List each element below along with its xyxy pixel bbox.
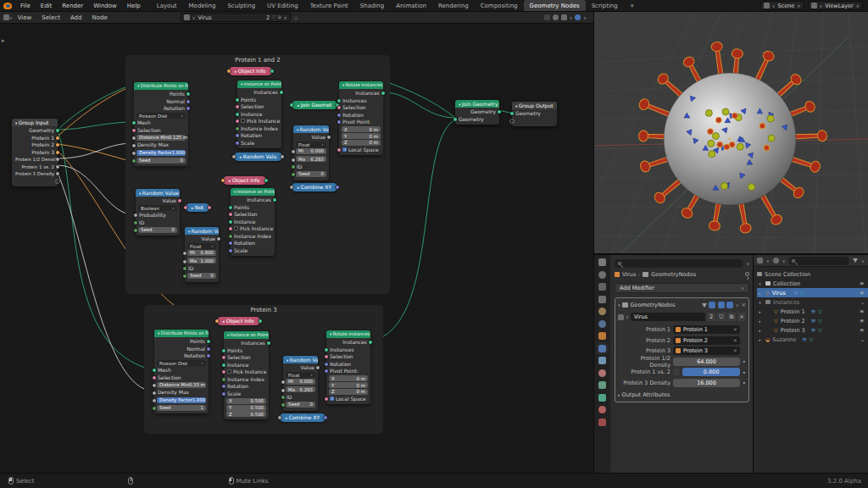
browse-nodetree-icon[interactable] bbox=[618, 314, 624, 320]
properties-search-input[interactable] bbox=[615, 259, 743, 268]
node-not[interactable]: Not bbox=[186, 203, 209, 212]
socket[interactable] bbox=[292, 158, 295, 162]
tab-sculpting[interactable]: Sculpting bbox=[221, 0, 261, 12]
node-rotate-instances-1[interactable]: Rotate Instances Instances Instances Sel… bbox=[339, 81, 383, 155]
density-value-slider[interactable]: 64.000 bbox=[673, 358, 740, 366]
seed-field[interactable]: Seed0 bbox=[136, 158, 186, 164]
empty-socket[interactable] bbox=[510, 119, 514, 123]
seed-field[interactable]: Seed1 bbox=[157, 405, 206, 411]
socket[interactable] bbox=[222, 378, 225, 381]
data-type-dropdown[interactable]: Boolean bbox=[138, 205, 177, 211]
menu-select[interactable]: Select bbox=[36, 14, 65, 21]
tab-uv-editing[interactable]: UV Editing bbox=[261, 0, 304, 12]
socket[interactable] bbox=[153, 369, 156, 372]
node-group-output[interactable]: Group Output Geometry bbox=[512, 102, 557, 126]
node-instance-on-points-2[interactable]: Instance on Points Instances Points Sele… bbox=[231, 188, 275, 256]
eye-icon[interactable]: 👁 bbox=[860, 327, 865, 333]
tab-world-icon[interactable] bbox=[598, 320, 606, 328]
socket[interactable] bbox=[281, 380, 285, 384]
node-header[interactable]: Random Value bbox=[136, 189, 180, 197]
animate-dot[interactable]: • bbox=[743, 369, 746, 375]
node-header[interactable]: Rotate Instances bbox=[326, 330, 370, 338]
unlink-icon[interactable]: ✕ bbox=[797, 3, 800, 8]
seed-field[interactable]: Seed0 bbox=[138, 227, 177, 233]
socket[interactable] bbox=[186, 100, 190, 103]
tab-shading[interactable]: Shading bbox=[354, 0, 390, 12]
outliner-row-collection[interactable]: ▾ Collection 👁 bbox=[757, 279, 868, 288]
tab-particles-icon[interactable] bbox=[598, 357, 606, 364]
node-header[interactable]: Random Valu bbox=[293, 125, 329, 133]
tab-modeling[interactable]: Modeling bbox=[183, 0, 222, 12]
node-header[interactable]: Instance on Points bbox=[224, 331, 269, 339]
socket[interactable] bbox=[510, 112, 514, 115]
toggle-realtime-icon[interactable] bbox=[718, 302, 725, 308]
socket[interactable] bbox=[337, 106, 341, 109]
density-factor-field[interactable]: Density Factor1.000 bbox=[136, 150, 186, 156]
tab-data-icon[interactable] bbox=[598, 394, 606, 402]
tab-render-icon[interactable] bbox=[598, 271, 606, 279]
editor-type-icon[interactable] bbox=[3, 14, 9, 20]
socket[interactable] bbox=[281, 389, 285, 392]
eye-icon[interactable]: 👁 bbox=[860, 280, 865, 286]
menu-render[interactable]: Render bbox=[57, 3, 88, 9]
pivot-x-field[interactable]: X0 m bbox=[329, 375, 368, 381]
ratio-value-slider[interactable]: 0.800 bbox=[682, 368, 740, 376]
socket[interactable] bbox=[229, 241, 232, 245]
node-join-geometry[interactable]: Join Geometry Geometry Geometry bbox=[455, 100, 499, 125]
tab-physics-icon[interactable] bbox=[598, 369, 606, 377]
min-field[interactable]: Mi0.000 bbox=[286, 379, 315, 385]
socket[interactable] bbox=[236, 134, 239, 137]
tab-layout[interactable]: Layout bbox=[151, 0, 183, 12]
socket[interactable] bbox=[259, 319, 262, 323]
tab-texture-icon[interactable] bbox=[598, 419, 606, 426]
socket[interactable] bbox=[183, 267, 186, 270]
menu-file[interactable]: File bbox=[15, 3, 36, 9]
socket[interactable] bbox=[281, 403, 285, 407]
tab-geometry-nodes[interactable]: Geometry Nodes bbox=[524, 0, 586, 12]
outliner-row-protein-1[interactable]: ▸ ▽ Protein 1 ⚒ ▽ 👁 bbox=[757, 307, 868, 316]
socket[interactable] bbox=[453, 118, 457, 121]
socket[interactable] bbox=[227, 69, 231, 73]
object-picker[interactable]: Protein 2× bbox=[673, 336, 740, 345]
socket[interactable] bbox=[236, 141, 239, 145]
node-join-geometry-collapsed[interactable]: Join Geomet bbox=[292, 101, 337, 109]
filter-funnel-icon[interactable] bbox=[702, 303, 707, 308]
min-field[interactable]: Mi0.000 bbox=[296, 148, 326, 154]
seed-field[interactable]: Seed0 bbox=[296, 171, 326, 177]
socket[interactable] bbox=[229, 235, 232, 238]
max-field[interactable]: Ma1.000 bbox=[187, 258, 216, 263]
socket[interactable] bbox=[337, 99, 341, 103]
node-random-value-angle-2[interactable]: Random Valu Value Float Mi0.000 Ma6.283 … bbox=[283, 356, 318, 411]
pivot-y-field[interactable]: Y0 m bbox=[329, 382, 368, 388]
socket[interactable] bbox=[56, 165, 59, 169]
socket[interactable] bbox=[222, 349, 225, 352]
socket[interactable] bbox=[229, 220, 232, 224]
socket[interactable] bbox=[232, 155, 236, 158]
pin-icon[interactable] bbox=[745, 272, 749, 276]
socket[interactable] bbox=[132, 136, 136, 140]
outliner-search-input[interactable] bbox=[788, 257, 849, 265]
socket[interactable] bbox=[281, 396, 285, 399]
node-header[interactable]: Group Input bbox=[12, 119, 58, 126]
outliner-row-protein-3[interactable]: ▸ ▽ Protein 3 ⚒ ▽ 👁 bbox=[757, 325, 868, 335]
node-tree-selector[interactable]: ∨ Virus 2 ⛉ ⧉ ✕ bbox=[181, 13, 291, 22]
new-workspace-button[interactable]: + bbox=[624, 0, 641, 12]
socket[interactable] bbox=[222, 370, 225, 374]
tab-scene-icon[interactable] bbox=[598, 308, 606, 315]
method-dropdown[interactable]: Poisson Disk bbox=[136, 113, 186, 119]
node-group-name-field[interactable]: Virus bbox=[631, 313, 705, 321]
node-instance-on-points-1[interactable]: Instance on Points Instances Points Sele… bbox=[237, 80, 281, 148]
pivot-z-field[interactable]: Z0 m bbox=[342, 140, 381, 146]
seed-field[interactable]: Seed0 bbox=[187, 273, 216, 279]
chevron-down-icon[interactable]: ⌄ bbox=[860, 299, 865, 305]
socket[interactable] bbox=[221, 179, 225, 182]
socket[interactable] bbox=[153, 391, 156, 395]
menu-node[interactable]: Node bbox=[86, 14, 112, 21]
tab-scripting[interactable]: Scripting bbox=[586, 0, 624, 12]
socket[interactable] bbox=[215, 319, 219, 323]
chevron-down-icon[interactable]: ⌄ bbox=[860, 336, 865, 342]
node-header[interactable]: Distribute Points on Faces bbox=[134, 82, 188, 90]
empty-socket[interactable] bbox=[56, 180, 59, 183]
node-combine-xyz-2[interactable]: Combine XY bbox=[280, 413, 326, 422]
tab-compositing[interactable]: Compositing bbox=[475, 0, 524, 12]
